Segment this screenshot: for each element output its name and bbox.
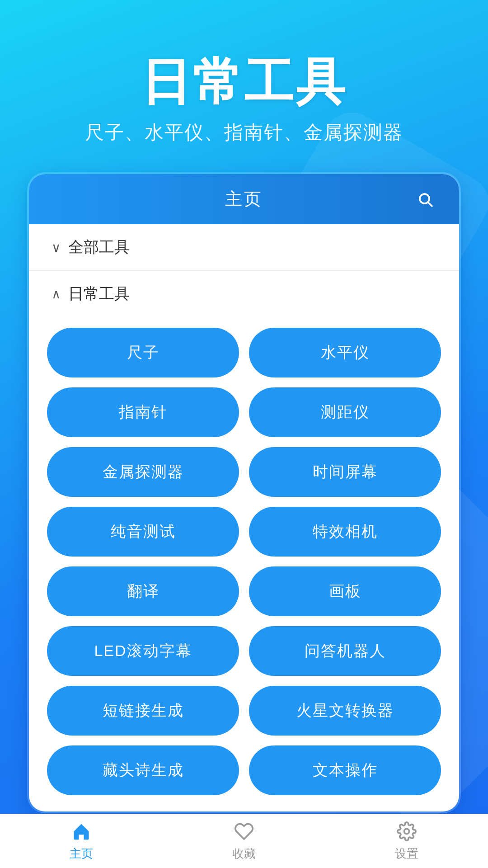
tool-button-12[interactable]: 短链接生成 [47, 686, 239, 736]
tool-button-2[interactable]: 指南针 [47, 387, 239, 437]
tool-button-0[interactable]: 尺子 [47, 328, 239, 377]
heart-icon [233, 821, 255, 842]
tools-grid: 尺子水平仪指南针测距仪金属探测器时间屏幕纯音测试特效相机翻译画板LED滚动字幕问… [29, 317, 459, 811]
tab-favorites-label: 收藏 [232, 846, 256, 862]
card-inner: 主页 ∨ 全部工具 ∧ 日常工具 尺子水平仪指南针测距仪金属探测器时间屏幕纯音测… [29, 174, 459, 811]
tool-button-15[interactable]: 文本操作 [249, 745, 441, 795]
category-all-tools[interactable]: ∨ 全部工具 [29, 224, 459, 271]
svg-line-1 [428, 202, 432, 206]
tool-button-10[interactable]: LED滚动字幕 [47, 626, 239, 676]
search-button[interactable] [414, 188, 436, 211]
tab-bar: 主页 收藏 设置 [0, 814, 488, 868]
card-header: 主页 [29, 174, 459, 224]
search-icon [417, 191, 433, 208]
tab-home-label: 主页 [70, 846, 93, 862]
tool-button-4[interactable]: 金属探测器 [47, 447, 239, 497]
chevron-up-icon: ∧ [52, 287, 61, 302]
tool-button-5[interactable]: 时间屏幕 [249, 447, 441, 497]
category-daily-tools[interactable]: ∧ 日常工具 [29, 271, 459, 317]
tool-button-3[interactable]: 测距仪 [249, 387, 441, 437]
tool-button-7[interactable]: 特效相机 [249, 507, 441, 557]
card-header-title: 主页 [225, 188, 263, 211]
tab-settings[interactable]: 设置 [325, 814, 488, 868]
tool-button-8[interactable]: 翻译 [47, 566, 239, 616]
tool-button-6[interactable]: 纯音测试 [47, 507, 239, 557]
category-daily-tools-label: 日常工具 [68, 283, 130, 304]
tab-favorites[interactable]: 收藏 [163, 814, 325, 868]
tab-home[interactable]: 主页 [0, 814, 163, 868]
settings-icon [396, 821, 418, 842]
tab-settings-label: 设置 [395, 846, 418, 862]
tool-button-13[interactable]: 火星文转换器 [249, 686, 441, 736]
tool-button-9[interactable]: 画板 [249, 566, 441, 616]
chevron-down-icon: ∨ [52, 240, 61, 255]
tool-button-1[interactable]: 水平仪 [249, 328, 441, 377]
tool-button-11[interactable]: 问答机器人 [249, 626, 441, 676]
main-title: 日常工具 [0, 54, 488, 109]
header-section: 日常工具 尺子、水平仪、指南针、金属探测器 [0, 0, 488, 172]
tool-button-14[interactable]: 藏头诗生成 [47, 745, 239, 795]
svg-point-2 [404, 829, 409, 834]
category-all-tools-label: 全部工具 [68, 237, 130, 258]
home-icon [70, 821, 92, 842]
sub-title: 尺子、水平仪、指南针、金属探测器 [0, 120, 488, 145]
main-card: 主页 ∨ 全部工具 ∧ 日常工具 尺子水平仪指南针测距仪金属探测器时间屏幕纯音测… [27, 172, 461, 813]
